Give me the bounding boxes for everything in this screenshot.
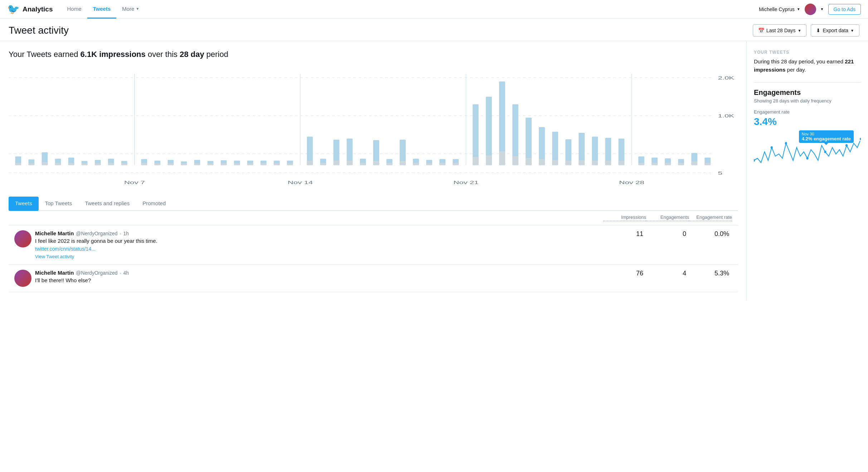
tweet-text: I feel like 2022 is really gonna be our …: [35, 237, 603, 245]
svg-rect-76: [155, 163, 161, 165]
svg-rect-91: [360, 163, 366, 165]
nav-home[interactable]: Home: [61, 0, 87, 19]
col-impressions[interactable]: Impressions: [603, 215, 646, 221]
svg-point-118: [771, 146, 773, 149]
calendar-icon: 📅: [758, 28, 764, 33]
view-tweet-activity[interactable]: View Tweet activity: [35, 254, 74, 259]
tweet-author-row: Michelle Martin @NerdyOrganized · 4h: [35, 270, 603, 276]
svg-rect-68: [42, 162, 48, 165]
svg-rect-69: [55, 163, 61, 165]
subheader-actions: 📅 Last 28 Days ▼ ⬇ Export data ▼: [753, 24, 859, 37]
engagement-tooltip: Nov 30 4.2% engagement rate: [799, 130, 854, 143]
tab-top-tweets[interactable]: Top Tweets: [39, 197, 79, 211]
engagements-subtitle: Showing 28 days with daily frequency: [754, 98, 861, 103]
engagement-chart: Nov 30 4.2% engagement rate: [754, 130, 861, 173]
tweet-time-value: 4h: [123, 270, 129, 276]
tweet-time: ·: [120, 270, 121, 276]
date-filter-button[interactable]: 📅 Last 28 Days ▼: [753, 24, 807, 37]
svg-text:1.0K: 1.0K: [718, 114, 734, 119]
table-header: Impressions Engagements Engagement rate: [9, 211, 738, 225]
tab-tweets-replies[interactable]: Tweets and replies: [78, 197, 136, 211]
tweet-engagement-rate: 5.3%: [689, 270, 732, 277]
svg-rect-85: [274, 163, 280, 165]
export-button[interactable]: ⬇ Export data ▼: [811, 24, 859, 37]
date-filter-chevron-icon: ▼: [798, 29, 801, 33]
tab-promoted[interactable]: Promoted: [136, 197, 172, 211]
your-tweets-label: YOUR TWEETS: [754, 50, 861, 55]
avatar: [14, 270, 31, 287]
svg-text:Nov 28: Nov 28: [619, 180, 644, 185]
nav-more[interactable]: More ▼: [116, 0, 145, 19]
svg-point-121: [824, 150, 826, 153]
svg-rect-110: [619, 161, 625, 165]
svg-rect-88: [320, 163, 326, 165]
user-info[interactable]: Michelle Cyprus ▼: [759, 6, 800, 12]
svg-rect-105: [552, 160, 558, 165]
tweet-stats: 76 4 5.3%: [603, 270, 732, 277]
svg-rect-104: [539, 159, 545, 165]
svg-rect-89: [333, 161, 340, 165]
svg-rect-78: [181, 163, 187, 165]
svg-rect-92: [373, 161, 379, 165]
summary-prefix: Your Tweets earned: [9, 50, 81, 59]
header-right: Michelle Cyprus ▼ ▼ Go to Ads: [759, 4, 861, 15]
main-layout: Your Tweets earned 6.1K impressions over…: [0, 41, 868, 301]
svg-rect-93: [386, 163, 392, 165]
nav-tweets[interactable]: Tweets: [87, 0, 117, 19]
svg-rect-70: [68, 163, 74, 165]
svg-rect-106: [565, 161, 571, 165]
svg-rect-72: [95, 163, 101, 165]
col-engagement-rate[interactable]: Engagement rate: [689, 215, 732, 221]
user-chevron-icon: ▼: [797, 7, 800, 11]
engagement-rate-value: 3.4%: [754, 116, 861, 127]
svg-rect-90: [347, 161, 353, 165]
avatar[interactable]: [805, 4, 816, 15]
svg-rect-114: [678, 163, 684, 165]
svg-rect-109: [605, 161, 611, 165]
svg-rect-94: [400, 161, 406, 165]
svg-text:Nov 14: Nov 14: [288, 180, 313, 185]
svg-rect-107: [579, 160, 585, 165]
svg-rect-112: [652, 163, 658, 165]
svg-point-119: [785, 142, 787, 144]
impressions-value: 6.1K impressions: [81, 50, 146, 59]
brand-name: Analytics: [23, 5, 53, 13]
svg-rect-86: [287, 163, 293, 165]
svg-rect-83: [247, 163, 253, 165]
table-row: Michelle Martin @NerdyOrganized · 4h I'l…: [9, 265, 738, 292]
svg-rect-73: [108, 163, 114, 165]
tweet-engagements: 0: [646, 230, 689, 238]
column-headers: Impressions Engagements Engagement rate: [603, 215, 732, 221]
impressions-chart: 2.0K 1.0K 5 Nov 7 Nov 14 Nov 21 Nov 28: [9, 66, 738, 188]
download-icon: ⬇: [816, 28, 820, 33]
svg-text:5: 5: [718, 171, 722, 176]
svg-rect-81: [221, 163, 227, 165]
engagements-section: Engagements Showing 28 days with daily f…: [754, 88, 861, 173]
svg-rect-98: [453, 163, 459, 165]
svg-text:Nov 21: Nov 21: [453, 180, 478, 185]
svg-rect-77: [168, 163, 174, 165]
subheader: Tweet activity 📅 Last 28 Days ▼ ⬇ Export…: [0, 19, 868, 41]
svg-rect-116: [704, 163, 711, 165]
tab-tweets[interactable]: Tweets: [9, 197, 39, 211]
sidebar-divider: [754, 82, 861, 83]
tweet-list: Michelle Martin @NerdyOrganized · 1h I f…: [9, 225, 738, 292]
col-engagements[interactable]: Engagements: [646, 215, 689, 221]
tweet-engagement-rate: 0.0%: [689, 230, 732, 238]
tweet-link[interactable]: twitter.com/cnni/status/14...: [35, 246, 96, 252]
svg-text:Nov 7: Nov 7: [124, 180, 145, 185]
svg-rect-95: [413, 163, 419, 165]
export-label: Export data: [823, 28, 848, 33]
svg-rect-82: [234, 163, 240, 165]
tweet-impressions: 11: [603, 230, 646, 238]
tweet-author-name: Michelle Martin: [35, 270, 74, 276]
summary-suffix: period: [204, 50, 228, 59]
tooltip-date: Nov 30: [802, 132, 851, 136]
table-row: Michelle Martin @NerdyOrganized · 1h I f…: [9, 225, 738, 265]
svg-rect-74: [121, 163, 127, 165]
tweet-author-handle: @NerdyOrganized: [76, 270, 117, 276]
svg-point-122: [845, 144, 848, 146]
svg-rect-71: [82, 163, 88, 165]
tweet-author-row: Michelle Martin @NerdyOrganized · 1h: [35, 230, 603, 236]
go-to-ads-button[interactable]: Go to Ads: [828, 4, 861, 15]
